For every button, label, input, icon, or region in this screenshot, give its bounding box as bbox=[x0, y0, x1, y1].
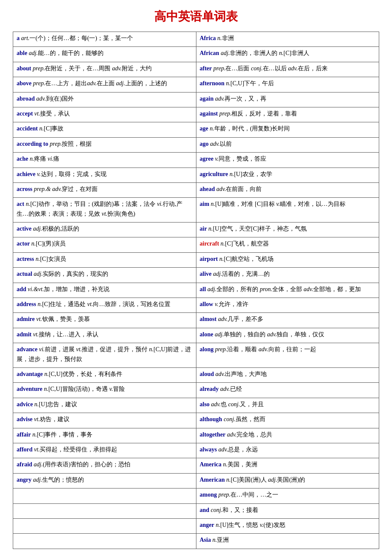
left-entry: adventure n.[C,U]冒险(活动)，奇遇 v.冒险 bbox=[13, 383, 196, 398]
right-entry: also adv.也 conj.又，并且 bbox=[196, 398, 379, 413]
right-entry: agree v.同意，赞成，答应 bbox=[196, 153, 379, 168]
right-entry: all adj.全部的，所有的 pron.全体，全部 adv.全部地，都，更加 bbox=[196, 283, 379, 298]
left-entry: advice n.[U]忠告，建议 bbox=[13, 398, 196, 413]
left-entry bbox=[13, 489, 196, 503]
right-entry: airport n.[C]航空站，飞机场 bbox=[196, 252, 379, 267]
left-entry: across prep.& adv.穿过，在对面 bbox=[13, 182, 196, 197]
right-entry: almost adv.几乎，差不多 bbox=[196, 313, 379, 328]
right-entry: aloud adv.出声地，大声地 bbox=[196, 367, 379, 382]
left-entry: afraid adj.(用作表语)害怕的，担心的；恐怕 bbox=[13, 458, 196, 473]
right-entry: anger n.[U]生气，愤怒 v.(使)发怒 bbox=[196, 518, 379, 533]
left-entry: add vi.&vt.加，增加，增进，补充说 bbox=[13, 283, 196, 298]
right-entry: America n.美国，美洲 bbox=[196, 458, 379, 473]
left-entry: act n.[C]动作，举动；节目；(戏剧的)幕；法案，法令 vi.行动,产生…… bbox=[13, 198, 196, 223]
right-entry: against prep.相反，反对，逆着，靠着 bbox=[196, 107, 379, 122]
right-entry: American n.[C]美国(洲)人 adj.美国(洲)的 bbox=[196, 473, 379, 488]
left-entry bbox=[13, 518, 196, 533]
right-entry: allow v.允许，准许 bbox=[196, 298, 379, 313]
left-entry: admit vt.接纳，让…进入，承认 bbox=[13, 328, 196, 343]
right-entry: agriculture n.[U]农业，农学 bbox=[196, 168, 379, 182]
right-entry: ago adv.以前 bbox=[196, 137, 379, 152]
left-entry: address n.[C]住址，通迅处 vt.向…致辞，演说，写姓名位置 bbox=[13, 298, 196, 313]
right-entry: aircraft n.[C]飞机，航空器 bbox=[196, 237, 379, 252]
right-entry: Africa n.非洲 bbox=[196, 32, 379, 47]
right-entry: Asia n.亚洲 bbox=[196, 534, 379, 549]
left-entry: achieve v.达到，取得；完成，实现 bbox=[13, 168, 196, 182]
right-entry: already adv.已经 bbox=[196, 383, 379, 398]
right-entry: African adj.非洲的，非洲人的 n.[C]非洲人 bbox=[196, 47, 379, 62]
left-entry: actual adj.实际的，真实的，现实的 bbox=[13, 268, 196, 283]
left-entry: accident n.[C]事故 bbox=[13, 122, 196, 137]
right-entry: ahead adv.在前面，向前 bbox=[196, 182, 379, 197]
right-entry: although conj.虽然，然而 bbox=[196, 413, 379, 428]
left-entry: above prep.在…上方，超出adv.在上面 adj.上面的，上述的 bbox=[13, 77, 196, 92]
left-entry: actor n.[C](男)演员 bbox=[13, 237, 196, 252]
left-entry: admire vt.钦佩，赞美，羡慕 bbox=[13, 313, 196, 328]
right-entry: afternoon n.[C,U]下午，午后 bbox=[196, 77, 379, 92]
page-title: 高中英语单词表 bbox=[13, 9, 379, 25]
left-entry: actress n.[C]女演员 bbox=[13, 252, 196, 267]
left-entry: accept vt.接受，承认 bbox=[13, 107, 196, 122]
left-entry: advance vi.前进，进展 vt.推进，促进，提升，预付 n.[C,U]前… bbox=[13, 343, 196, 368]
left-entry: able adj.能…的，能干的，能够的 bbox=[13, 47, 196, 62]
left-entry: ache n.疼痛 vi.痛 bbox=[13, 153, 196, 168]
left-entry: about prep.在附近，关于，在…周围 adv.附近，大约 bbox=[13, 62, 196, 77]
left-entry bbox=[13, 503, 196, 518]
right-entry: along prep.沿着，顺着 adv.向前，往前；一起 bbox=[196, 343, 379, 368]
left-entry: advise vt.劝告，建议 bbox=[13, 413, 196, 428]
right-entry: aim n.[U]瞄准，对准 [C]目标 v.瞄准，对准，以…为目标 bbox=[196, 198, 379, 223]
right-entry: again adv.再一次，又，再 bbox=[196, 92, 379, 107]
right-entry: age n.年龄，时代，(用复数)长时间 bbox=[196, 122, 379, 137]
right-entry: among prep.在…中间，…之一 bbox=[196, 489, 379, 503]
right-entry: alive adj.活着的，充满…的 bbox=[196, 268, 379, 283]
dictionary-table: a art.一(个)；任何…都；每(一)；某，某一个Africa n.非洲abl… bbox=[13, 32, 379, 549]
left-entry: angry adj.生气的；愤怒的 bbox=[13, 473, 196, 488]
left-entry: a art.一(个)；任何…都；每(一)；某，某一个 bbox=[13, 32, 196, 47]
right-entry: air n.[U]空气，天空[C]样子，神态，气氛 bbox=[196, 223, 379, 237]
right-entry: altogether adv.完全地，总共 bbox=[196, 428, 379, 443]
right-entry: alone adj.单独的，独自的 adv.独自，单独，仅仅 bbox=[196, 328, 379, 343]
left-entry bbox=[13, 534, 196, 549]
left-entry: affair n.[C]事件，事情，事务 bbox=[13, 428, 196, 443]
left-entry: according to prep.按照，根据 bbox=[13, 137, 196, 152]
right-entry: after prep.在…后面 conj.在…以后 adv.在后，后来 bbox=[196, 62, 379, 77]
left-entry: abroad adv.到(在)国外 bbox=[13, 92, 196, 107]
left-entry: active adj.积极的,活跃的 bbox=[13, 223, 196, 237]
right-entry: always adv.总是，永远 bbox=[196, 443, 379, 458]
left-entry: afford vt.买得起，经受得住，承担得起 bbox=[13, 443, 196, 458]
left-entry: advantage n.[C,U]优势，长处，有利条件 bbox=[13, 367, 196, 382]
right-entry: and conj.和，又；接着 bbox=[196, 503, 379, 518]
